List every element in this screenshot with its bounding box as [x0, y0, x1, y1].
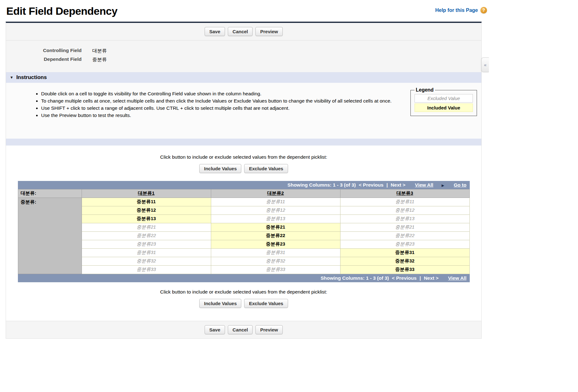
include-values-button-top[interactable]: Include Values [199, 164, 241, 173]
preview-button-top[interactable]: Preview [255, 27, 283, 36]
table-row: 중분류22중분류22중분류22 [18, 231, 469, 240]
legend-included-value: Included Value [415, 103, 473, 112]
included-value-cell[interactable]: 중분류33 [340, 265, 469, 274]
included-value-cell[interactable]: 중분류32 [340, 257, 469, 265]
go-to-triangle-icon: ▶ [442, 183, 444, 187]
included-value-cell[interactable]: 중분류12 [82, 206, 211, 215]
excluded-value-cell[interactable]: 중분류21 [82, 223, 211, 231]
excluded-value-cell[interactable]: 중분류32 [82, 257, 211, 265]
excluded-value-cell[interactable]: 중분류13 [211, 215, 340, 223]
exclude-values-button-bottom[interactable]: Exclude Values [244, 299, 288, 308]
instruction-item: Use the Preview button to test the resul… [41, 113, 405, 119]
dependency-matrix-table: 대분류: 대분류1 대분류2 대분류3 중분류:중분류11중분류11중분류11중… [18, 189, 470, 274]
pager-divider: | [420, 275, 421, 281]
help-question-icon[interactable]: ? [480, 7, 487, 13]
previous-pager[interactable]: < Previous [359, 182, 383, 188]
instructions-body: Double click on a cell to toggle its vis… [6, 83, 481, 139]
controlling-field-value: 대분류 [92, 48, 107, 54]
table-row: 중분류13중분류13중분류13 [18, 215, 469, 223]
include-values-button-bottom[interactable]: Include Values [199, 299, 241, 308]
help-for-this-page-link[interactable]: Help for this Page [435, 8, 478, 13]
excluded-value-cell[interactable]: 중분류11 [340, 198, 469, 206]
table-row: 중분류32중분류32중분류32 [18, 257, 469, 265]
excluded-value-cell[interactable]: 중분류33 [211, 265, 340, 274]
dependent-field-row: Dependent Field 중분류 [6, 56, 481, 63]
table-row: 중분류21중분류21중분류21 [18, 223, 469, 231]
controlling-field-row-label: 대분류: [18, 189, 82, 198]
picklist-prompt-top: Click button to include or exclude selec… [6, 154, 481, 160]
table-footer-bar: Showing Columns: 1 - 3 (of 3) < Previous… [18, 274, 470, 282]
chevron-left-icon: « [484, 62, 486, 67]
help-area: Help for this Page ? [435, 7, 487, 13]
instructions-section-header[interactable]: ▼ Instructions [6, 72, 481, 83]
included-value-cell[interactable]: 중분류21 [211, 223, 340, 231]
table-header-bar: Showing Columns: 1 - 3 (of 3) < Previous… [18, 181, 470, 189]
column-header-3[interactable]: 대분류3 [340, 189, 469, 198]
excluded-value-cell[interactable]: 중분류13 [340, 215, 469, 223]
excluded-value-cell[interactable]: 중분류33 [82, 265, 211, 274]
excluded-value-cell[interactable]: 중분류12 [211, 206, 340, 215]
instruction-item: To change multiple cells at once, select… [41, 98, 405, 104]
dependent-field-value: 중분류 [92, 56, 107, 63]
field-detail-section: Controlling Field 대분류 Dependent Field 중분… [6, 40, 481, 72]
controlling-field-row: Controlling Field 대분류 [6, 48, 481, 54]
section-divider-bar [6, 139, 481, 146]
excluded-value-cell[interactable]: 중분류22 [340, 231, 469, 240]
column-header-2[interactable]: 대분류2 [211, 189, 340, 198]
included-value-cell[interactable]: 중분류13 [82, 215, 211, 223]
excluded-value-cell[interactable]: 중분류31 [211, 248, 340, 257]
instruction-item: Double click on a cell to toggle its vis… [41, 91, 405, 97]
top-toolbar: Save Cancel Preview [6, 23, 481, 40]
table-row: 중분류12중분류12중분류12 [18, 206, 469, 215]
pager-divider: | [386, 182, 388, 188]
instructions-header-label: Instructions [16, 74, 47, 81]
view-all-link[interactable]: View All [448, 275, 467, 281]
save-button-top[interactable]: Save [205, 27, 225, 36]
next-pager[interactable]: Next > [424, 275, 439, 281]
legend-title: Legend [415, 87, 435, 93]
page-title: Edit Field Dependency [6, 5, 117, 17]
edit-field-dependency-panel: Save Cancel Preview Controlling Field 대분… [6, 22, 482, 339]
legend-excluded-value: Excluded Value [415, 94, 473, 103]
go-to-link[interactable]: Go to [454, 182, 466, 188]
dependent-field-label: Dependent Field [6, 56, 92, 63]
table-row: 중분류:중분류11중분류11중분류11 [18, 198, 469, 206]
save-button-bottom[interactable]: Save [205, 325, 225, 334]
view-all-link[interactable]: View All [415, 182, 433, 188]
previous-pager[interactable]: < Previous [392, 275, 417, 281]
picklist-prompt-bottom: Click button to include or exclude selec… [6, 289, 481, 295]
exclude-values-button-top[interactable]: Exclude Values [244, 164, 288, 173]
excluded-value-cell[interactable]: 중분류23 [82, 240, 211, 248]
preview-button-bottom[interactable]: Preview [255, 325, 283, 334]
collapse-triangle-icon: ▼ [10, 75, 13, 80]
legend-box: Legend Excluded Value Included Value [410, 87, 477, 116]
excluded-value-cell[interactable]: 중분류23 [340, 240, 469, 248]
showing-columns-text: Showing Columns: 1 - 3 (of 3) [287, 182, 356, 188]
column-header-row: 대분류: 대분류1 대분류2 대분류3 [18, 189, 469, 198]
dependency-table-wrap: Showing Columns: 1 - 3 (of 3) < Previous… [18, 181, 470, 282]
dependent-field-row-label: 중분류: [18, 198, 82, 274]
cancel-button-bottom[interactable]: Cancel [228, 325, 253, 334]
included-value-cell[interactable]: 중분류23 [211, 240, 340, 248]
table-row: 중분류33중분류33중분류33 [18, 265, 469, 274]
next-pager[interactable]: Next > [391, 182, 405, 188]
showing-columns-text: Showing Columns: 1 - 3 (of 3) [321, 275, 389, 281]
column-header-1[interactable]: 대분류1 [82, 189, 211, 198]
included-value-cell[interactable]: 중분류31 [340, 248, 469, 257]
excluded-value-cell[interactable]: 중분류11 [211, 198, 340, 206]
included-value-cell[interactable]: 중분류22 [211, 231, 340, 240]
controlling-field-label: Controlling Field [6, 48, 92, 54]
excluded-value-cell[interactable]: 중분류32 [211, 257, 340, 265]
excluded-value-cell[interactable]: 중분류31 [82, 248, 211, 257]
included-value-cell[interactable]: 중분류11 [82, 198, 211, 206]
sidebar-collapse-tab[interactable]: « [481, 57, 489, 72]
instructions-bullet-list: Double click on a cell to toggle its vis… [35, 91, 405, 119]
excluded-value-cell[interactable]: 중분류21 [340, 223, 469, 231]
table-row: 중분류23중분류23중분류23 [18, 240, 469, 248]
excluded-value-cell[interactable]: 중분류22 [82, 231, 211, 240]
excluded-value-cell[interactable]: 중분류12 [340, 206, 469, 215]
cancel-button-top[interactable]: Cancel [228, 27, 253, 36]
dependency-matrix-section: Click button to include or exclude selec… [6, 146, 481, 321]
instruction-item: Use SHIFT + click to select a range of a… [41, 105, 405, 111]
table-row: 중분류31중분류31중분류31 [18, 248, 469, 257]
